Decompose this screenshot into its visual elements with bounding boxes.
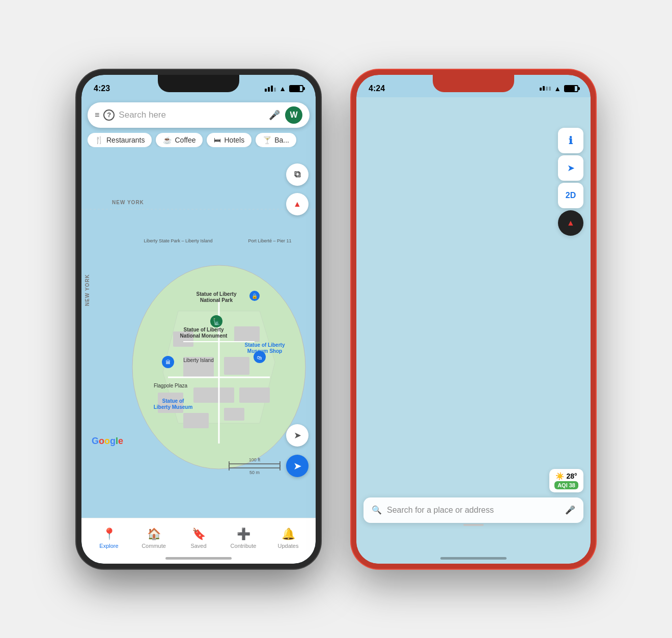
drag-handle (463, 524, 484, 526)
avatar-left[interactable]: W (285, 106, 302, 124)
svg-text:National Park: National Park (200, 297, 233, 303)
svg-text:🔒: 🔒 (251, 293, 258, 299)
info-button[interactable]: ℹ (558, 128, 583, 153)
coffee-icon: ☕ (163, 136, 172, 144)
time-right: 4:24 (369, 84, 385, 93)
right-phone: 4:24 ▲ (351, 70, 596, 569)
svg-text:Statue of Liberty: Statue of Liberty (184, 327, 224, 332)
svg-text:Liberty Museum: Liberty Museum (154, 404, 193, 410)
compass-button[interactable]: ▲ (286, 193, 309, 215)
chip-coffee[interactable]: ☕ Coffee (156, 133, 203, 147)
menu-icon[interactable]: ≡ (95, 110, 99, 120)
commute-icon: 🏠 (147, 528, 161, 541)
explore-icon: 📍 (102, 528, 116, 541)
search-bar-right-controls: 🎤 W (269, 106, 302, 124)
saved-label: Saved (190, 543, 206, 549)
aqi-badge: AQI 38 (554, 481, 578, 489)
commute-label: Commute (142, 543, 166, 549)
nav-arrow-icon: ➤ (293, 460, 302, 472)
status-icons-right: ▲ (540, 85, 578, 93)
bars-icon: 🍸 (263, 136, 271, 144)
svg-text:🏛: 🏛 (165, 359, 171, 365)
nav-updates[interactable]: 🔔 Updates (266, 528, 311, 549)
weather-top: ☀️ 28° (555, 472, 577, 480)
chip-hotels[interactable]: 🛏 Hotels (207, 133, 251, 147)
contribute-icon: ➕ (237, 528, 250, 541)
notch-left (158, 75, 239, 92)
svg-text:🛍: 🛍 (257, 355, 262, 360)
info-icon: ℹ (569, 134, 573, 147)
svg-text:Statue of Liberty: Statue of Liberty (197, 291, 237, 297)
battery-icon-left (289, 85, 303, 92)
nav-direction-icon: ➤ (567, 162, 575, 174)
map-right[interactable]: 🌳 🎁 🍴 🏛 ℹ Liberty I (356, 97, 591, 564)
status-icons-left: ▲ (265, 85, 303, 93)
saved-icon: 🔖 (192, 528, 206, 541)
right-map-controls: ℹ ➤ 2D ▲ (558, 128, 583, 236)
category-chips: 🍴 Restaurants ☕ Coffee 🛏 Hotels 🍸 Ba... (88, 133, 316, 147)
svg-text:Museum Shop: Museum Shop (247, 348, 282, 354)
updates-label: Updates (278, 543, 299, 549)
apple-search-bar[interactable]: 🔍 Search for a place or address 🎤 (363, 497, 583, 523)
search-bar-left[interactable]: ≡ ? Search here 🎤 W (88, 102, 310, 128)
nav-saved[interactable]: 🔖 Saved (176, 528, 221, 549)
svg-text:Liberty Island: Liberty Island (183, 357, 213, 363)
svg-text:NEW YORK: NEW YORK (112, 200, 144, 205)
chip-bars[interactable]: 🍸 Ba... (256, 133, 296, 147)
search-placeholder[interactable]: Search here (115, 110, 269, 120)
svg-text:Liberty State Park – Liberty I: Liberty State Park – Liberty Island (144, 238, 212, 243)
chip-coffee-label: Coffee (175, 136, 195, 144)
restaurants-icon: 🍴 (95, 136, 103, 144)
notch-right (433, 75, 514, 92)
layers-icon: ⧉ (294, 169, 301, 180)
help-icon[interactable]: ? (103, 109, 115, 121)
google-logo: Google (92, 436, 123, 447)
nav-explore[interactable]: 📍 Explore (87, 528, 131, 549)
svg-rect-46 (356, 97, 591, 564)
mic-icon-right[interactable]: 🎤 (565, 505, 575, 515)
svg-text:50 m: 50 m (249, 470, 260, 475)
left-phone: 4:23 ▲ (76, 70, 321, 569)
search-icon-right: 🔍 (372, 505, 382, 515)
nav-contribute[interactable]: ➕ Contribute (221, 528, 266, 549)
wifi-icon-right: ▲ (554, 85, 561, 93)
compass-button-right[interactable]: ▲ (558, 210, 583, 236)
svg-text:National Monument: National Monument (180, 333, 228, 339)
chip-hotels-label: Hotels (224, 136, 244, 144)
signal-icon-right (540, 86, 551, 91)
mic-icon-left[interactable]: 🎤 (269, 109, 280, 121)
apple-search-placeholder[interactable]: Search for a place or address (387, 506, 560, 515)
chip-restaurants[interactable]: 🍴 Restaurants (88, 133, 152, 147)
svg-rect-14 (234, 326, 260, 342)
svg-text:Statue of Liberty: Statue of Liberty (245, 342, 285, 348)
weather-icon: ☀️ (555, 472, 564, 480)
map-svg-right: 🌳 🎁 🍴 🏛 ℹ Liberty I (356, 97, 591, 564)
map-left[interactable]: NEW YORK NEW JERSEY NEW YORK (81, 97, 316, 518)
weather-widget[interactable]: ☀️ 28° AQI 38 (549, 469, 583, 492)
svg-text:NEW YORK: NEW YORK (85, 274, 90, 306)
contribute-label: Contribute (231, 543, 257, 549)
navigation-arrow-button[interactable]: ➤ (558, 155, 583, 181)
svg-rect-8 (193, 387, 234, 403)
svg-rect-10 (239, 387, 270, 403)
right-screen: 4:24 ▲ (356, 75, 591, 564)
location-arrow-icon: ➤ (294, 430, 301, 441)
battery-icon-right (564, 85, 578, 92)
chip-bars-label: Ba... (274, 136, 289, 144)
compass-icon: ▲ (293, 200, 301, 209)
home-indicator-right (440, 557, 507, 560)
navigation-button[interactable]: ➤ (286, 455, 309, 477)
layers-button[interactable]: ⧉ (286, 163, 309, 186)
compass-icon-right: ▲ (567, 218, 575, 228)
explore-label: Explore (99, 543, 118, 549)
left-screen: 4:23 ▲ (81, 75, 316, 564)
map-svg-left: NEW YORK NEW JERSEY NEW YORK (81, 97, 316, 518)
nav-commute[interactable]: 🏠 Commute (131, 528, 176, 549)
svg-rect-12 (224, 408, 244, 421)
2d-button[interactable]: 2D (558, 183, 583, 208)
location-button[interactable]: ➤ (286, 424, 309, 447)
search-bar-left-controls: ≡ ? (95, 109, 115, 121)
svg-text:🗽: 🗽 (213, 318, 220, 325)
signal-icon-left (265, 86, 276, 92)
svg-text:100 ft: 100 ft (249, 457, 261, 462)
